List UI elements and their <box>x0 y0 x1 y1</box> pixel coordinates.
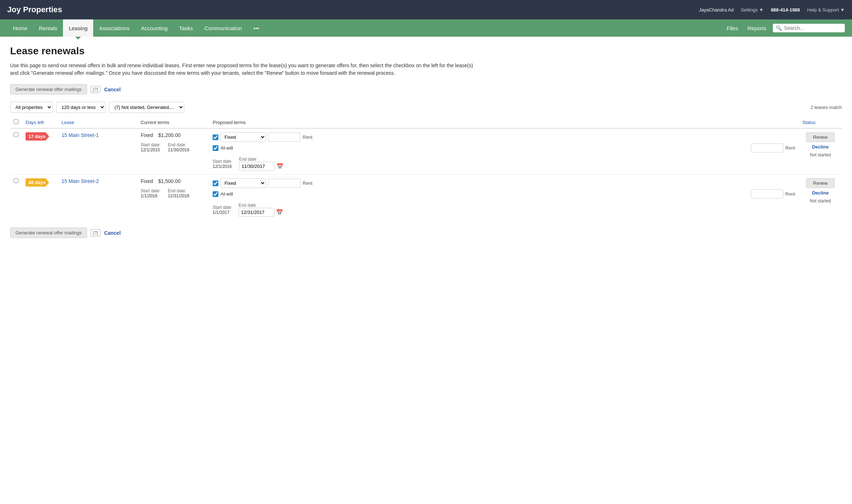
select-all-checkbox[interactable] <box>14 119 18 124</box>
proposed-start-label-row1: Start date <box>213 159 231 164</box>
table-row: 17 days 15 Main Street-1 Fixed $1,200.00 <box>10 128 842 175</box>
current-start-label-row2: Start date: <box>141 188 160 193</box>
rent-label-atwill-row1: Rent <box>785 145 795 151</box>
user-name: JayaChandra Ad <box>699 7 734 13</box>
lease-link-row2[interactable]: 15 Main Street-2 <box>62 178 99 184</box>
match-count: 2 leases match <box>811 105 842 110</box>
main-content: Lease renewals Use this page to send out… <box>0 37 852 504</box>
files-button[interactable]: Files <box>724 25 741 31</box>
reports-button[interactable]: Reports <box>744 25 769 31</box>
help-button[interactable]: Help & Support ▼ <box>807 7 845 13</box>
calendar-icon-row1[interactable]: 📅 <box>276 163 284 170</box>
renew-button-row2[interactable]: Renew <box>806 178 835 188</box>
lease-link-row1[interactable]: 15 Main Street-1 <box>62 132 99 138</box>
settings-button[interactable]: Settings ▼ <box>741 7 763 13</box>
proposed-fixed-rent-row1[interactable] <box>268 133 300 142</box>
proposed-atwill-rent-row1[interactable] <box>751 143 783 152</box>
proposed-fixed-type-row2[interactable]: Fixed At-will Month-to-month <box>221 178 266 188</box>
nav-tasks[interactable]: Tasks <box>173 19 199 37</box>
proposed-fixed-type-row1[interactable]: Fixed At-will Month-to-month <box>221 132 266 142</box>
col-lease: Lease <box>58 116 137 128</box>
renew-button-row1[interactable]: Renew <box>806 132 835 142</box>
page-description: Use this page to send out renewal offers… <box>10 62 478 77</box>
properties-filter[interactable]: All properties <box>10 102 53 113</box>
proposed-atwill-rent-row2[interactable] <box>751 189 783 198</box>
days-badge-row1: 17 days <box>26 132 49 141</box>
rent-label-fixed-row1: Rent <box>303 134 312 140</box>
status-text-row2: Not started <box>802 198 838 203</box>
rent-label-fixed-row2: Rent <box>303 180 312 186</box>
calendar-icon-row2[interactable]: 📅 <box>276 209 283 216</box>
rent-label-atwill-row2: Rent <box>785 191 795 197</box>
table-row: 48 days 15 Main Street-2 Fixed $1,500.00 <box>10 175 842 221</box>
app-logo: Joy Properties <box>7 5 62 14</box>
action-bar-top: Generate renewal offer mailings [?] Canc… <box>10 84 842 95</box>
proposed-atwill-label-row1: At-will <box>221 145 233 151</box>
proposed-fixed-checkbox-row1[interactable] <box>213 134 218 140</box>
lease-table: Days left Lease Current terms Proposed t… <box>10 116 842 220</box>
proposed-end-input-row2[interactable] <box>239 208 275 217</box>
current-start-row1: 12/1/2015 <box>141 147 160 152</box>
proposed-atwill-checkbox-row2[interactable] <box>213 191 218 197</box>
proposed-start-row2: 1/1/2017 <box>213 210 230 215</box>
search-box: 🔍 <box>773 24 845 32</box>
filters-bar: All properties 120 days or less (7) Not … <box>10 102 842 113</box>
phone-number: 888-414-1988 <box>771 7 800 13</box>
generate-button-bottom[interactable]: Generate renewal offer mailings <box>10 228 87 238</box>
current-type-row2: Fixed <box>141 178 153 184</box>
current-amount-row2: $1,500.00 <box>158 178 181 184</box>
cancel-button[interactable]: Cancel <box>104 87 121 92</box>
col-days-left: Days left <box>22 116 58 128</box>
nav-more[interactable]: ••• <box>248 19 265 37</box>
col-status: Status <box>799 116 842 128</box>
current-amount-row1: $1,200.00 <box>158 132 181 138</box>
col-proposed-terms: Proposed terms <box>209 116 799 128</box>
search-icon: 🔍 <box>776 25 782 31</box>
proposed-end-label-row1: End date <box>239 157 256 162</box>
top-bar-right: JayaChandra Ad Settings ▼ 888-414-1988 H… <box>699 7 845 13</box>
current-start-label-row1: Start date: <box>141 142 160 147</box>
proposed-end-label-row2: End date <box>239 203 256 208</box>
row1-checkbox[interactable] <box>14 132 18 137</box>
proposed-start-row1: 12/1/2016 <box>213 164 232 169</box>
page-title: Lease renewals <box>10 45 842 57</box>
nav-accounting[interactable]: Accounting <box>135 19 173 37</box>
top-bar: Joy Properties JayaChandra Ad Settings ▼… <box>0 0 852 19</box>
status-text-row1: Not started <box>802 152 838 157</box>
days-badge-row2: 48 days <box>26 178 49 187</box>
nav-leasing[interactable]: Leasing <box>63 19 94 37</box>
nav-home[interactable]: Home <box>7 19 33 37</box>
proposed-atwill-checkbox-row1[interactable] <box>213 145 218 151</box>
col-current-terms: Current terms <box>137 116 209 128</box>
nav-right: Files Reports 🔍 <box>724 24 845 32</box>
proposed-start-label-row2: Start date <box>213 205 231 210</box>
current-end-label-row1: End date: <box>168 142 186 147</box>
decline-button-row1[interactable]: Decline <box>812 144 829 150</box>
action-bar-bottom: Generate renewal offer mailings [?] Canc… <box>10 228 842 238</box>
nav-associations[interactable]: Associations <box>93 19 135 37</box>
generate-button[interactable]: Generate renewal offer mailings <box>10 84 87 95</box>
current-end-row2: 12/31/2016 <box>168 193 189 198</box>
current-end-row1: 11/30/2016 <box>168 147 189 152</box>
proposed-fixed-rent-row2[interactable] <box>268 179 300 188</box>
cancel-button-bottom[interactable]: Cancel <box>104 230 121 236</box>
current-end-label-row2: End date: <box>168 188 186 193</box>
nav-communication[interactable]: Communication <box>199 19 248 37</box>
decline-button-row2[interactable]: Decline <box>812 190 829 196</box>
help-icon-bottom[interactable]: [?] <box>91 229 100 237</box>
search-input[interactable] <box>784 25 842 31</box>
current-start-row2: 1/1/2016 <box>141 193 158 198</box>
proposed-end-input-row1[interactable] <box>239 162 275 171</box>
status-filter[interactable]: (7) Not started, Generated,... <box>109 102 184 113</box>
help-icon[interactable]: [?] <box>91 86 100 93</box>
days-filter[interactable]: 120 days or less <box>56 102 105 113</box>
proposed-fixed-checkbox-row2[interactable] <box>213 180 218 186</box>
nav-bar: Home Rentals Leasing Associations Accoun… <box>0 19 852 37</box>
row2-checkbox[interactable] <box>14 178 18 183</box>
nav-rentals[interactable]: Rentals <box>33 19 63 37</box>
proposed-atwill-label-row2: At-will <box>221 191 233 197</box>
current-type-row1: Fixed <box>141 132 153 138</box>
